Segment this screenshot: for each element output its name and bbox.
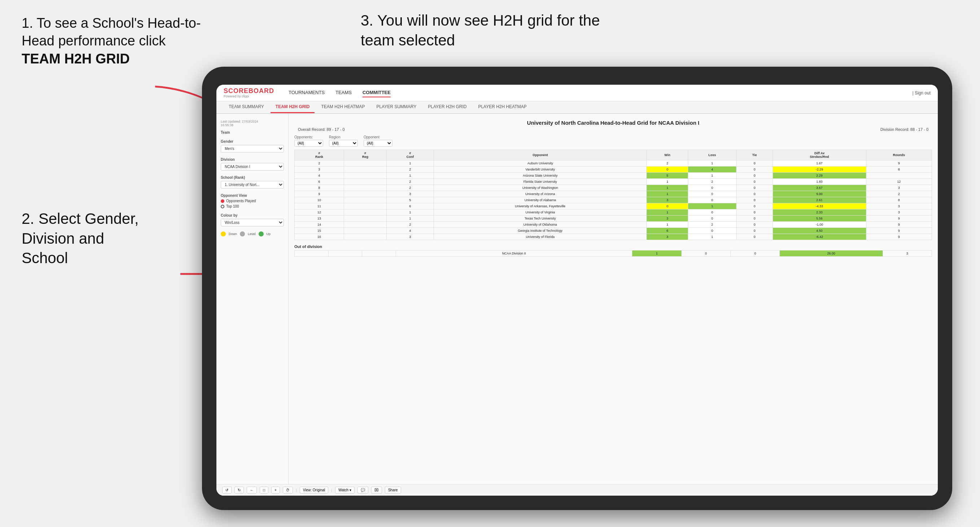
cell-rank: 8 (295, 185, 344, 191)
sidebar-colour-section: Colour by Win/Loss (221, 213, 284, 226)
table-row: 6 2 Florida State University 1 2 0 1.83 … (295, 179, 932, 185)
colour-select[interactable]: Win/Loss (221, 219, 284, 226)
cell-conf: 2 (386, 167, 434, 173)
cell-conf: 5 (386, 197, 434, 203)
division-select[interactable]: NCAA Division I (221, 163, 284, 170)
cell-rank: 15 (295, 228, 344, 234)
opponent-view-label: Opponent View (221, 194, 284, 198)
subnav-team-h2h-heatmap[interactable]: TEAM H2H HEATMAP (316, 101, 370, 113)
table-row: 2 1 Auburn University 2 1 0 1.67 9 (295, 160, 932, 167)
table-row: 14 2 University of Oklahoma 1 2 0 -1.00 … (295, 222, 932, 228)
cell-rounds (866, 173, 932, 179)
out-of-division-table: NCAA Division II 1 0 0 26.00 3 (294, 250, 932, 257)
opponent-filter-select[interactable]: (All) (364, 140, 393, 147)
region-filter-label: Region (329, 135, 358, 139)
subnav-team-summary[interactable]: TEAM SUMMARY (224, 101, 269, 113)
subnav-player-h2h-grid[interactable]: PLAYER H2H GRID (423, 101, 472, 113)
gender-select[interactable]: Men's (221, 145, 284, 152)
filter-opponent: Opponent (All) (364, 135, 393, 147)
radio-top100[interactable]: Top 100 (221, 205, 284, 208)
cell-win: 0 (647, 203, 688, 210)
radio-empty-dot (221, 205, 224, 208)
cell-win: 5 (647, 173, 688, 179)
division-record: Division Record: 88 - 17 - 0 (880, 127, 928, 132)
cell-opponent: Georgia Institute of Technology (434, 228, 647, 234)
grid-title: University of North Carolina Head-to-Hea… (294, 120, 932, 126)
grid-area: University of North Carolina Head-to-Hea… (288, 114, 938, 484)
cell-loss: 4 (688, 167, 736, 173)
cell-opponent: University of Arkansas, Fayetteville (434, 203, 647, 210)
cell-rank: 10 (295, 197, 344, 203)
cell-opponent: Arizona State University (434, 173, 647, 179)
school-select[interactable]: 1. University of Nort... (221, 181, 284, 189)
cell-reg (344, 234, 387, 240)
cell-conf: 1 (386, 216, 434, 222)
subnav-player-h2h-heatmap[interactable]: PLAYER H2H HEATMAP (473, 101, 532, 113)
crop-btn[interactable]: □ (260, 487, 268, 494)
filter-row: Opponents: (All) Region (All) Opponent (294, 135, 932, 147)
cell-rounds: 3 (866, 203, 932, 210)
ood-loss: 0 (681, 251, 730, 257)
radio-opponents-played[interactable]: Opponents Played (221, 199, 284, 203)
cell-loss: 1 (688, 160, 736, 167)
cell-rank: 2 (295, 160, 344, 167)
ann3-text: 3. You will now see H2H grid for the tea… (361, 12, 600, 49)
cell-win: 3 (647, 197, 688, 203)
subnav-team-h2h-grid[interactable]: TEAM H2H GRID (270, 101, 315, 113)
sidebar-division-section: Division NCAA Division I (221, 157, 284, 170)
nav-items: TOURNAMENTS TEAMS COMMITTEE (288, 88, 391, 97)
undo-btn[interactable]: ↺ (222, 487, 232, 494)
opponents-filter-select[interactable]: (All) (294, 140, 323, 147)
nav-tournaments[interactable]: TOURNAMENTS (288, 88, 325, 97)
cell-reg (344, 210, 387, 216)
cell-win: 3 (647, 216, 688, 222)
share-btn[interactable]: Share (385, 487, 401, 494)
table-row: 16 3 University of Florida 3 1 0 -6.42 9 (295, 234, 932, 240)
back-btn[interactable]: ← (247, 487, 257, 494)
table-row: 8 2 University of Washington 1 0 0 3.67 … (295, 185, 932, 191)
redo-btn[interactable]: ↻ (234, 487, 244, 494)
bottom-toolbar: ↺ ↻ ← □ + ⏱ | View: Original | Watch ▾ 💬… (216, 484, 938, 496)
cell-conf: 2 (386, 179, 434, 185)
main-content: Last Updated: 27/03/2024 16:55:38 Team G… (216, 114, 938, 484)
nav-committee[interactable]: COMMITTEE (363, 88, 391, 97)
legend-level-label: Level (248, 232, 256, 236)
view-btn[interactable]: View: Original (300, 487, 329, 494)
watch-btn[interactable]: Watch ▾ (335, 487, 355, 494)
table-row: 9 3 University of Arizona 1 0 0 9.00 2 (295, 191, 932, 197)
subnav-player-summary[interactable]: PLAYER SUMMARY (372, 101, 422, 113)
nav-teams[interactable]: TEAMS (336, 88, 352, 97)
clock-btn[interactable]: ⏱ (283, 487, 293, 494)
region-filter-select[interactable]: (All) (329, 140, 358, 147)
cell-win: 0 (647, 167, 688, 173)
legend-down-label: Down (229, 232, 237, 236)
comment-btn[interactable]: 💬 (358, 487, 368, 494)
grid-btn[interactable]: ⌧ (371, 487, 382, 494)
add-btn[interactable]: + (271, 487, 280, 494)
cell-win: 2 (647, 160, 688, 167)
cell-opponent: Florida State University (434, 179, 647, 185)
cell-tie: 0 (736, 234, 773, 240)
cell-diff: 2.29 (773, 173, 866, 179)
opponent-filter-label: Opponent (364, 135, 393, 139)
cell-diff: -1.00 (773, 222, 866, 228)
cell-rank: 16 (295, 234, 344, 240)
cell-rounds: 3 (866, 185, 932, 191)
cell-reg (344, 228, 387, 234)
cell-opponent: Texas Tech University (434, 216, 647, 222)
annotation-1: 1. To see a School's Head-to-Head perfor… (22, 14, 209, 68)
radio-filled-dot (221, 199, 224, 203)
grid-records: Overall Record: 89 - 17 - 0 Division Rec… (294, 127, 932, 132)
nav-sign-out[interactable]: | Sign out (913, 90, 931, 95)
cell-loss: 0 (688, 185, 736, 191)
cell-win: 1 (647, 185, 688, 191)
toolbar-sep: | (296, 488, 297, 492)
cell-diff: -2.29 (773, 167, 866, 173)
col-diff: Diff AvStrokes/Rnd (773, 150, 866, 160)
ann2-line2: Division and (22, 230, 104, 247)
cell-loss: 1 (688, 173, 736, 179)
ood-rounds: 3 (883, 251, 932, 257)
cell-conf: 4 (386, 228, 434, 234)
cell-conf: 6 (386, 203, 434, 210)
cell-rank: 3 (295, 167, 344, 173)
